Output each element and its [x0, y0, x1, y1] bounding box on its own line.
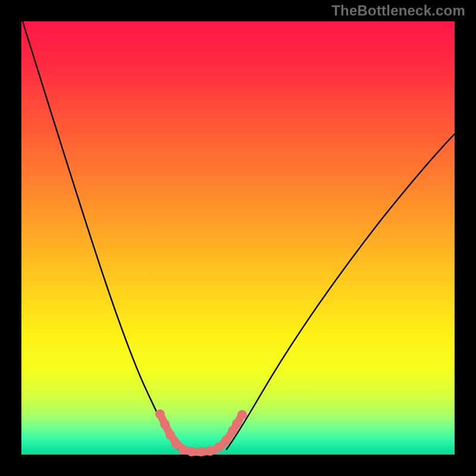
highlight-dot: [221, 436, 231, 445]
highlight-dot: [205, 446, 215, 456]
highlight-dot: [165, 430, 175, 440]
bottleneck-chart: [0, 0, 476, 476]
highlight-dot: [178, 445, 188, 455]
highlight-dot: [187, 447, 196, 456]
watermark-text: TheBottleneck.com: [331, 2, 465, 19]
highlight-dot: [196, 447, 206, 456]
chart-frame: TheBottleneck.com: [0, 0, 476, 476]
highlight-dot: [155, 409, 165, 419]
highlight-dot: [160, 419, 170, 429]
highlight-dot: [237, 410, 247, 419]
gradient-background: [21, 21, 455, 455]
highlight-dot: [214, 443, 223, 452]
highlight-dot: [232, 419, 242, 428]
